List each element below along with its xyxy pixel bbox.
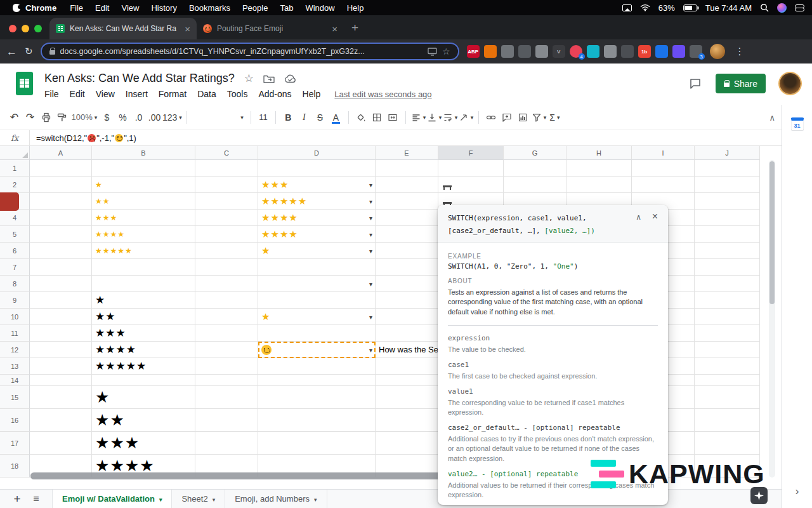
grid-cell[interactable] xyxy=(258,432,376,455)
extension-icon[interactable] xyxy=(535,45,548,58)
sheets-menu-item[interactable]: Insert xyxy=(126,89,148,99)
grid-cell[interactable] xyxy=(376,432,438,455)
screen-mirroring-icon[interactable] xyxy=(622,4,632,11)
recording-indicator[interactable] xyxy=(0,192,19,211)
insert-link-button[interactable] xyxy=(483,109,499,126)
grid-cell[interactable]: ★★★▾ xyxy=(258,177,376,193)
row-number[interactable]: 7 xyxy=(0,259,30,276)
grid-cell[interactable]: ★▾ xyxy=(258,309,376,325)
row-number[interactable]: 6 xyxy=(0,243,30,259)
grid-cell[interactable]: ★ xyxy=(92,386,195,409)
url-text[interactable]: docs.google.com/spreadsheets/d/1CTVq_YHN… xyxy=(60,47,422,56)
grid-cell[interactable] xyxy=(258,325,376,342)
grid-cell[interactable]: ▾ xyxy=(258,342,376,358)
close-window-button[interactable] xyxy=(9,25,16,32)
row-number[interactable]: 2 xyxy=(0,177,30,193)
column-header[interactable]: D xyxy=(258,146,376,160)
row-number[interactable]: 12 xyxy=(0,342,30,358)
grid-cell[interactable] xyxy=(195,193,258,210)
grid-cell[interactable] xyxy=(92,375,195,386)
grid-cell[interactable] xyxy=(376,292,438,309)
hide-side-panel-icon[interactable] xyxy=(796,485,799,498)
account-avatar[interactable] xyxy=(780,73,801,94)
grid-cell[interactable]: ★ xyxy=(92,292,195,309)
grid-cell[interactable]: ▾ xyxy=(258,276,376,292)
insert-chart-button[interactable] xyxy=(515,109,531,126)
grid-cell[interactable]: How was the Ser xyxy=(376,342,438,358)
redo-button[interactable]: ↷ xyxy=(22,109,38,126)
apple-menu-icon[interactable] xyxy=(13,4,20,12)
text-color-button[interactable]: A xyxy=(328,109,344,126)
percent-format-button[interactable]: % xyxy=(115,109,131,126)
grid-cell[interactable] xyxy=(195,243,258,259)
grid-cell[interactable] xyxy=(92,276,195,292)
control-center-icon[interactable] xyxy=(795,4,804,11)
horizontal-scrollbar[interactable] xyxy=(30,472,480,479)
lock-icon[interactable] xyxy=(49,50,55,55)
grid-cell[interactable] xyxy=(695,292,760,309)
wifi-icon[interactable] xyxy=(640,4,650,11)
cell-dropdown-icon[interactable]: ▾ xyxy=(369,280,372,287)
address-bar[interactable]: docs.google.com/spreadsheets/d/1CTVq_YHN… xyxy=(41,43,459,60)
column-header[interactable]: B xyxy=(92,146,195,160)
extension-icon[interactable] xyxy=(655,45,668,58)
grid-cell[interactable] xyxy=(376,409,438,432)
sheet-tab[interactable]: Sheet2 xyxy=(172,490,225,508)
siri-icon[interactable] xyxy=(777,3,787,13)
undo-button[interactable]: ↶ xyxy=(6,109,22,126)
zoom-select[interactable]: 100% xyxy=(70,109,99,126)
text-wrap-button[interactable] xyxy=(442,109,458,126)
sheets-menu-item[interactable]: View xyxy=(96,89,115,99)
grid-cell[interactable] xyxy=(195,210,258,226)
macos-menu-item[interactable]: Bookmarks xyxy=(189,3,230,13)
menubar-clock[interactable]: Tue 7:44 AM xyxy=(705,3,752,13)
cell-dropdown-icon[interactable]: ▾ xyxy=(369,313,372,320)
sheets-logo-icon[interactable] xyxy=(16,72,33,95)
macos-menu-item[interactable]: People xyxy=(242,3,268,13)
sheet-tab-menu-icon[interactable] xyxy=(213,494,216,504)
extension-icon[interactable]: ABP xyxy=(467,45,480,58)
minimize-window-button[interactable] xyxy=(22,25,29,32)
extension-icon[interactable] xyxy=(484,45,497,58)
column-header[interactable]: C xyxy=(195,146,258,160)
vertical-scrollbar-thumb[interactable] xyxy=(769,161,775,304)
grid-cell[interactable]: ★ xyxy=(92,177,195,193)
grid-cell[interactable] xyxy=(195,177,258,193)
spotlight-search-icon[interactable] xyxy=(760,3,769,12)
column-header[interactable]: J xyxy=(695,146,760,160)
grid-cell[interactable] xyxy=(695,276,760,292)
row-number[interactable]: 15 xyxy=(0,386,30,409)
grid-cell[interactable] xyxy=(376,325,438,342)
cloud-saved-icon[interactable] xyxy=(284,74,297,83)
grid-cell[interactable] xyxy=(695,243,760,259)
grid-cell[interactable] xyxy=(376,375,438,386)
row-number[interactable]: 16 xyxy=(0,409,30,432)
last-edit-link[interactable]: Last edit was seconds ago xyxy=(334,90,431,99)
grid-cell[interactable] xyxy=(195,309,258,325)
number-format-select[interactable]: 123 xyxy=(162,109,182,126)
sheet-tab[interactable]: Emoji, add Numbers xyxy=(225,490,327,508)
grid-cell[interactable] xyxy=(258,259,376,276)
grid-cell[interactable] xyxy=(504,160,566,177)
grid-cell[interactable]: ★★★★ xyxy=(92,226,195,243)
grid-cell[interactable]: ★★ xyxy=(92,309,195,325)
move-folder-icon[interactable] xyxy=(263,74,275,83)
grid-cell[interactable]: ★★★★▾ xyxy=(258,226,376,243)
cell-dropdown-icon[interactable]: ▾ xyxy=(369,231,372,237)
grid-cell[interactable] xyxy=(376,276,438,292)
grid-cell[interactable] xyxy=(30,276,92,292)
sheets-menu-item[interactable]: Data xyxy=(197,89,216,99)
macos-menu-item[interactable]: Tab xyxy=(280,3,293,13)
grid-cell[interactable] xyxy=(695,177,760,193)
decrease-decimals-button[interactable]: .0 xyxy=(131,109,147,126)
macos-menu-item[interactable]: File xyxy=(70,3,83,13)
grid-cell[interactable] xyxy=(30,386,92,409)
grid-cell[interactable]: ★★★★★ xyxy=(92,358,195,375)
grid-cell[interactable]: ★★★ xyxy=(92,325,195,342)
grid-cell[interactable] xyxy=(376,210,438,226)
grid-cell[interactable] xyxy=(376,177,438,193)
grid-cell[interactable] xyxy=(695,375,760,386)
print-button[interactable] xyxy=(38,109,54,126)
row-number[interactable]: 8 xyxy=(0,276,30,292)
grid-cell[interactable] xyxy=(695,432,760,455)
